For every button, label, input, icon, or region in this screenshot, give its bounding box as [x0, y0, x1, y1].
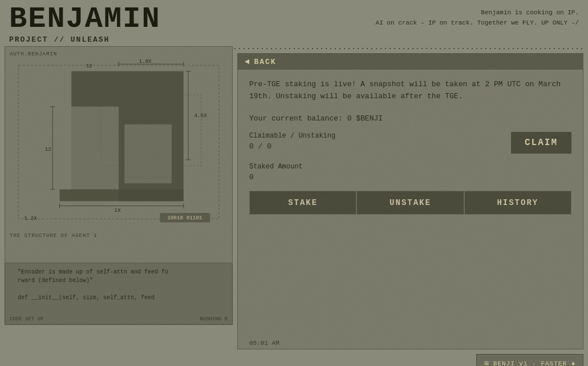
svg-text:1.2X: 1.2X — [24, 215, 37, 222]
back-button[interactable]: ◄ BACK — [238, 54, 583, 70]
staking-content: Pre-TGE staking is live! A snapshot will… — [238, 70, 583, 337]
action-buttons: STAKE UNSTAKE HISTORY — [249, 191, 571, 215]
svg-text:10018 01101: 10018 01101 — [167, 215, 202, 221]
agent-figure: 1.8X 4.5X 1X 12 12 10018 01101 1.2X — [10, 59, 228, 231]
staked-section: Staked Amount 0 — [249, 163, 571, 182]
svg-rect-5 — [124, 124, 172, 183]
left-panel: AUTH.BENJAMIN — [5, 46, 233, 349]
code-text: "Encoder is made up of self-attn and fee… — [11, 268, 226, 302]
model-selector[interactable]: ⊞ BENJI v1 · FASTER ▲ — [476, 354, 583, 366]
staking-panel: ◄ BACK Pre-TGE staking is live! A snapsh… — [237, 53, 583, 349]
main-content: AUTH.BENJAMIN — [0, 46, 588, 349]
header-left: BENJAMIN PROJECT // UNLEASH — [9, 5, 161, 44]
svg-rect-6 — [60, 190, 184, 202]
staked-value: 0 — [249, 173, 571, 182]
stake-button[interactable]: STAKE — [249, 191, 356, 215]
claimable-left: Claimable / Unstaking 0 / 0 — [249, 132, 335, 151]
unstake-button[interactable]: UNSTAKE — [356, 191, 464, 215]
rushing-label: RUSHING 0 — [200, 316, 228, 322]
auth-label: AUTH.BENJAMIN — [10, 51, 228, 57]
staking-message: Pre-TGE staking is live! A snapshot will… — [249, 79, 571, 103]
auth-box: AUTH.BENJAMIN — [5, 46, 233, 263]
model-label: BENJI v1 · FASTER — [493, 360, 567, 367]
svg-rect-3 — [71, 71, 119, 107]
code-footer: CODE SET UP RUSHING 0 — [10, 316, 228, 322]
app-subtitle: PROJECT // UNLEASH — [9, 35, 161, 44]
header-tagline: Benjamin is cooking on IP. AI on crack -… — [376, 8, 579, 28]
chat-right: ⊞ BENJI v1 · FASTER ▲ — [237, 354, 583, 366]
chevron-up-icon: ▲ — [571, 360, 575, 366]
staked-title: Staked Amount — [249, 163, 571, 171]
balance-row: Your current balance: 0 $BENJI — [249, 114, 571, 123]
claimable-title: Claimable / Unstaking — [249, 132, 335, 140]
tagline-line1: Benjamin is cooking on IP. — [376, 8, 579, 18]
structure-label: THE STRUCTURE OF AGENT 1 — [10, 233, 228, 239]
chat-left-spacer — [5, 354, 233, 366]
model-icon: ⊞ — [485, 359, 489, 366]
claimable-value: 0 / 0 — [249, 142, 335, 151]
svg-text:4.5X: 4.5X — [194, 112, 207, 119]
history-button[interactable]: HISTORY — [464, 191, 571, 215]
right-panel: ◄ BACK Pre-TGE staking is live! A snapsh… — [233, 46, 583, 349]
balance-value: 0 $BENJI — [347, 114, 383, 123]
svg-text:1.8X: 1.8X — [139, 59, 152, 65]
code-box: "Encoder is made up of self-attn and fee… — [5, 263, 233, 325]
balance-label: Your current balance: — [249, 114, 343, 123]
svg-rect-4 — [71, 107, 119, 202]
dot-separator — [233, 46, 583, 53]
back-label: BACK — [254, 58, 276, 66]
code-setup-label: CODE SET UP — [10, 316, 43, 322]
claimable-section: Claimable / Unstaking 0 / 0 CLAIM — [249, 132, 571, 154]
tagline-line2: AI on crack - IP on track. Together we F… — [376, 18, 579, 29]
app-title: BENJAMIN — [9, 5, 161, 34]
svg-text:12: 12 — [86, 63, 92, 69]
svg-text:1X: 1X — [114, 207, 121, 214]
header: BENJAMIN PROJECT // UNLEASH Benjamin is … — [0, 0, 588, 46]
svg-text:12: 12 — [45, 146, 51, 152]
back-arrow-icon: ◄ — [245, 57, 249, 66]
chat-area: ⊞ BENJI v1 · FASTER ▲ — [0, 349, 588, 366]
claim-button[interactable]: CLAIM — [511, 132, 571, 154]
timestamp: 05:01 AM — [238, 337, 583, 349]
